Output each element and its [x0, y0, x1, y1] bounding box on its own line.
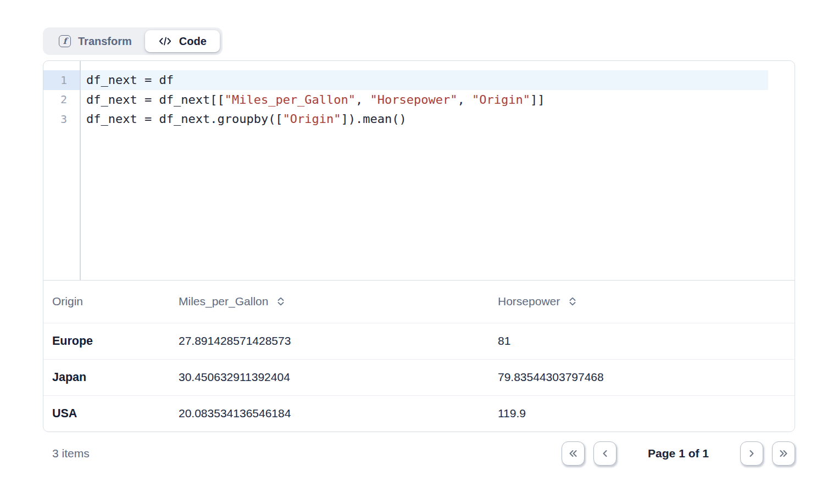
page-indicator: Page 1 of 1	[648, 447, 709, 460]
code-token: ,	[458, 93, 473, 107]
first-page-button[interactable]	[562, 441, 585, 466]
code-icon	[158, 36, 172, 47]
code-token-string: "Miles_per_Gallon"	[225, 93, 356, 107]
code-line-content: df_next = df_next[["Miles_per_Gallon", "…	[80, 90, 768, 110]
cell-miles-per-gallon: 30.450632911392404	[170, 371, 489, 384]
code-line[interactable]: 2 df_next = df_next[["Miles_per_Gallon",…	[43, 90, 795, 110]
cell-horsepower: 79.83544303797468	[489, 371, 795, 384]
line-number: 3	[43, 109, 80, 129]
code-token: df_next = df_next.groupby([	[86, 112, 283, 126]
line-number: 1	[43, 70, 80, 90]
items-count: 3 items	[43, 447, 90, 460]
code-line-content: df_next = df_next.groupby(["Origin"]).me…	[80, 109, 768, 129]
gutter-divider	[80, 61, 81, 280]
code-line-content: df_next = df	[80, 70, 768, 90]
code-token-string: "Origin"	[472, 93, 530, 107]
column-header-horsepower[interactable]: Horsepower	[489, 295, 795, 308]
cell-miles-per-gallon: 27.891428571428573	[170, 334, 489, 348]
transform-panel: 1 df_next = df 2 df_next = df_next[["Mil…	[43, 60, 795, 432]
chevrons-left-icon	[567, 448, 579, 459]
code-token: ]).mean()	[341, 112, 407, 126]
tab-transform-label: Transform	[78, 35, 132, 48]
table-footer: 3 items Page 1 of 1	[43, 441, 795, 466]
function-icon: f	[59, 35, 71, 47]
pagination: Page 1 of 1	[562, 441, 795, 466]
cell-horsepower: 81	[489, 334, 795, 348]
tab-code-label: Code	[179, 35, 207, 48]
code-token: df_next = df	[86, 73, 174, 87]
view-switcher: f Transform Code	[43, 27, 223, 55]
line-number: 2	[43, 90, 80, 110]
column-header-label: Miles_per_Gallon	[179, 295, 268, 308]
column-header-label: Origin	[52, 295, 83, 308]
tab-code[interactable]: Code	[145, 30, 220, 52]
sort-updown-icon[interactable]	[276, 296, 285, 307]
table-row[interactable]: USA 20.083534136546184 119.9	[43, 395, 795, 432]
prev-page-button[interactable]	[593, 441, 617, 466]
sort-updown-icon[interactable]	[568, 296, 577, 307]
chevron-left-icon	[599, 448, 610, 459]
last-page-button[interactable]	[772, 441, 795, 466]
cell-miles-per-gallon: 20.083534136546184	[170, 407, 489, 420]
tab-transform[interactable]: f Transform	[46, 30, 145, 52]
table-row[interactable]: Europe 27.891428571428573 81	[43, 323, 795, 359]
next-page-button[interactable]	[740, 441, 763, 466]
column-header-miles-per-gallon[interactable]: Miles_per_Gallon	[170, 295, 489, 308]
column-header-label: Horsepower	[498, 295, 560, 308]
cell-origin: Japan	[43, 371, 170, 384]
cell-origin: USA	[43, 407, 170, 421]
code-line[interactable]: 1 df_next = df	[43, 70, 795, 90]
code-token: ]]	[530, 93, 545, 107]
table-header-row: Origin Miles_per_Gallon Horsepower	[43, 281, 795, 323]
code-token-string: "Horsepower"	[370, 93, 458, 107]
code-line[interactable]: 3 df_next = df_next.groupby(["Origin"]).…	[43, 109, 795, 129]
code-token: df_next = df_next[[	[86, 93, 225, 107]
cell-horsepower: 119.9	[489, 407, 795, 420]
cell-origin: Europe	[43, 334, 170, 348]
code-token: ,	[356, 93, 370, 107]
code-token-string: "Origin"	[283, 112, 341, 126]
table-row[interactable]: Japan 30.450632911392404 79.835443037974…	[43, 359, 795, 395]
code-editor[interactable]: 1 df_next = df 2 df_next = df_next[["Mil…	[43, 61, 795, 281]
chevrons-right-icon	[778, 448, 790, 459]
chevron-right-icon	[746, 448, 757, 459]
column-header-origin: Origin	[43, 295, 170, 308]
